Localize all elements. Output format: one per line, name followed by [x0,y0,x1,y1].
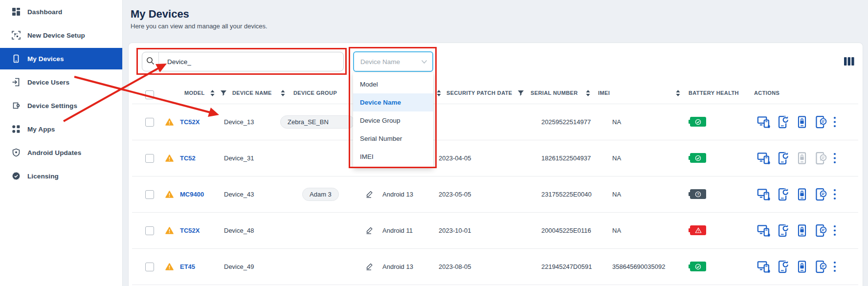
lock-icon[interactable] [796,115,808,129]
column-header-actions: ACTIONS [754,82,779,104]
column-header-imei: IMEI [598,82,680,104]
reboot-icon[interactable] [777,115,790,129]
filter-select-value: Device Name [360,58,400,66]
kebab-menu-icon[interactable] [833,248,836,285]
filter-option-model[interactable]: Model [353,75,433,93]
edit-os-icon[interactable] [366,212,374,248]
os-update-icon[interactable] [814,115,828,129]
sidebar-item-licensing[interactable]: Licensing [0,165,122,187]
row-checkbox[interactable] [145,226,154,235]
device-model-link[interactable]: TC52 [180,140,196,176]
device-model-link[interactable]: TC52X [180,212,200,248]
filter-icon[interactable] [518,90,524,96]
edit-os-icon[interactable] [366,176,374,212]
apps-icon [11,125,21,134]
sidebar-item-android-updates[interactable]: Android Updates [0,142,122,163]
search-input[interactable]: Device_ [142,52,344,71]
sidebar-item-device-settings[interactable]: Device Settings [0,95,122,116]
device-name-cell: Device_13 [224,104,254,140]
reboot-icon[interactable] [777,152,790,165]
imei-cell: NA [612,176,621,212]
remote-control-icon[interactable] [757,115,771,129]
remote-control-icon[interactable] [757,224,771,237]
license-badge-icon [11,172,21,181]
device-group-chip[interactable]: Adam 3 [302,176,339,212]
device-model-link[interactable]: ET45 [180,248,195,285]
sort-icon[interactable] [281,90,285,96]
device-users-icon [11,78,21,87]
device-group-chip[interactable]: Zebra_SE_BN [280,104,355,140]
reboot-icon[interactable] [777,224,790,237]
filter-options-menu: ModelDevice NameDevice GroupSerial Numbe… [353,73,433,168]
column-header-device-group: DEVICE GROUP [293,82,337,104]
kebab-menu-icon[interactable] [833,104,836,140]
sidebar-item-label: New Device Setup [27,32,85,39]
serial-number-cell: 231755225E0040 [541,176,592,212]
kebab-menu-icon[interactable] [833,212,836,248]
remote-control-icon[interactable] [757,260,771,273]
column-header-label: SECURITY PATCH DATE [446,90,512,96]
os-update-icon[interactable] [814,188,828,201]
reboot-icon[interactable] [777,260,790,273]
row-checkbox[interactable] [145,190,154,199]
device-model-link[interactable]: MC9400 [180,176,204,212]
column-header-battery-health: BATTERY HEALTH [689,82,739,104]
row-checkbox[interactable] [145,263,154,271]
sidebar-item-dashboard[interactable]: Dashboard [0,1,122,22]
os-update-icon[interactable] [814,224,828,237]
warning-icon [165,140,174,176]
battery-good-icon [689,153,707,163]
kebab-menu-icon[interactable] [833,176,836,212]
row-checkbox[interactable] [145,154,154,163]
edit-os-icon[interactable] [366,248,374,285]
sort-icon[interactable] [676,90,680,96]
sidebar-item-device-users[interactable]: Device Users [0,71,122,93]
page-subtitle: Here you can view and manage all your de… [131,22,267,30]
warning-icon [165,212,174,248]
kebab-menu-icon[interactable] [833,140,836,176]
filter-option-device-group[interactable]: Device Group [353,111,433,130]
battery-unknown-icon: ? [689,189,707,199]
row-checkbox[interactable] [145,118,154,127]
security-patch-date-cell: 2023-05-05 [439,176,471,212]
column-header-model: MODEL [184,82,226,104]
sidebar-item-label: Device Users [27,79,69,86]
column-header-label: DEVICE NAME [232,90,272,96]
filter-field-select[interactable]: Device Name [353,51,433,72]
filter-option-imei[interactable]: IMEI [353,148,433,166]
select-all-checkbox[interactable] [145,90,154,99]
search-icon [146,57,155,67]
column-header-label: DEVICE GROUP [293,90,337,96]
filter-option-device-name[interactable]: Device Name [353,93,433,111]
sidebar-item-label: Android Updates [27,149,81,156]
sidebar-item-label: My Devices [27,55,64,63]
smartphone-icon [11,54,21,64]
sidebar-item-label: My Apps [27,126,55,133]
os-update-icon[interactable] [814,260,828,273]
sort-icon[interactable] [586,90,590,96]
security-patch-date-cell: 2023-04-05 [439,140,471,176]
imei-cell: NA [612,140,621,176]
filter-icon[interactable] [221,90,226,96]
os-version-cell: Android 13 [382,248,413,285]
lock-icon [796,152,808,165]
lock-icon[interactable] [796,188,808,201]
column-header-serial-number: SERIAL NUMBER [531,82,590,104]
row-actions [757,176,828,212]
device-name-cell: Device_48 [224,212,254,248]
column-settings-button[interactable] [843,57,855,67]
remote-control-icon[interactable] [757,152,771,165]
sidebar-item-my-devices[interactable]: My Devices [0,48,122,69]
columns-icon [844,57,854,67]
remote-control-icon[interactable] [757,188,771,201]
lock-icon[interactable] [796,260,808,273]
search-icon-button[interactable] [142,52,159,71]
filter-option-serial-number[interactable]: Serial Number [353,130,433,148]
reboot-icon[interactable] [777,188,790,201]
lock-icon[interactable] [796,224,808,237]
sort-icon[interactable] [437,90,441,96]
sidebar-item-my-apps[interactable]: My Apps [0,118,122,140]
sort-icon[interactable] [210,90,215,96]
sidebar-item-new-device-setup[interactable]: New Device Setup [0,24,122,46]
device-model-link[interactable]: TC52X [180,104,200,140]
